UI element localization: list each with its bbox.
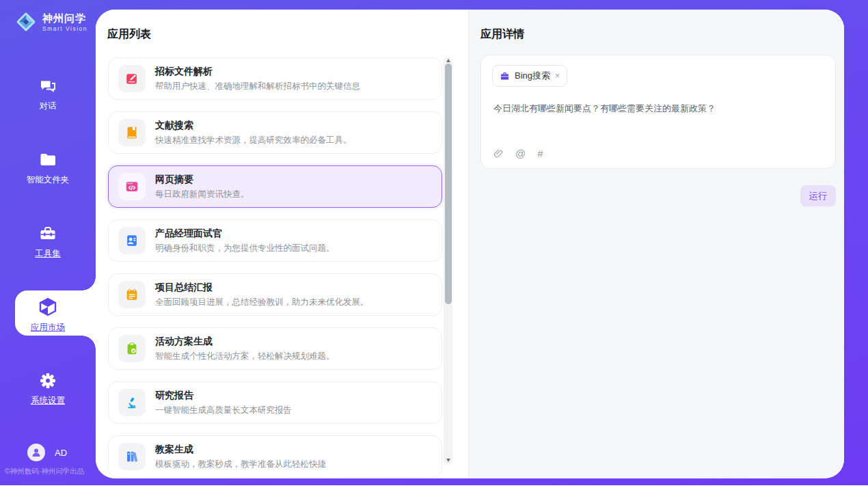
- clipboard-check-icon: [118, 335, 146, 362]
- run-button[interactable]: 运行: [800, 185, 836, 206]
- scroll-down-icon[interactable]: [446, 459, 450, 462]
- diamond-logo-icon: [15, 11, 37, 33]
- app-card-web-summary[interactable]: 网页摘要 每日政府新闻资讯快查。: [108, 165, 442, 208]
- app-card-event-plan[interactable]: 活动方案生成 智能生成个性化活动方案，轻松解决规划难题。: [108, 327, 442, 370]
- app-card-desc: 一键智能生成高质量长文本研究报告: [155, 405, 292, 416]
- app-card-title: 网页摘要: [155, 174, 249, 186]
- scrollbar-thumb[interactable]: [445, 64, 452, 304]
- app-card-research-report[interactable]: 研究报告 一键智能生成高质量长文本研究报告: [108, 381, 442, 424]
- close-icon[interactable]: ×: [555, 71, 560, 81]
- browser-code-icon: [118, 173, 146, 200]
- app-card-pm-interviewer[interactable]: 产品经理面试官 明确身份和职责，为您提供专业性的面试问题。: [108, 219, 442, 262]
- copyright: ©神州数码·神州问学出品: [5, 467, 98, 476]
- app-card-project-summary[interactable]: 项目总结汇报 全面回顾项目进展，总结经验教训，助力未来优化发展。: [108, 273, 442, 316]
- prompt-text[interactable]: 今日湖北有哪些新闻要点？有哪些需要关注的最新政策？: [493, 102, 822, 116]
- app-card-desc: 模板驱动，教案秒成，教学准备从此轻松快捷: [155, 459, 326, 470]
- scroll-up-icon[interactable]: [446, 59, 450, 62]
- notch-top: [82, 277, 96, 290]
- interview-icon: [118, 227, 146, 254]
- prompt-card: Bing搜索 × 今日湖北有哪些新闻要点？有哪些需要关注的最新政策？ @ #: [480, 55, 836, 169]
- sidebar-item-chat[interactable]: 对话: [0, 77, 96, 112]
- brand-logo: 神州问学 Smart Vision: [15, 11, 87, 33]
- microscope-icon: [118, 389, 146, 416]
- app-card-desc: 每日政府新闻资讯快查。: [155, 189, 249, 200]
- chat-icon: [38, 77, 57, 96]
- user-account[interactable]: AD: [27, 444, 67, 461]
- doc-edit-icon: [118, 65, 146, 92]
- sidebar-item-toolset[interactable]: 工具集: [0, 224, 96, 260]
- toolbox-icon: [38, 224, 57, 243]
- folder-icon: [38, 150, 57, 170]
- sidebar-item-app-market[interactable]: 应用市场: [0, 297, 96, 334]
- books-icon: [118, 443, 146, 470]
- sidebar-item-label: 智能文件夹: [27, 174, 70, 186]
- mention-icon[interactable]: @: [515, 148, 526, 159]
- hashtag-icon[interactable]: #: [537, 148, 543, 159]
- app-card-title: 招标文件解析: [155, 66, 360, 78]
- brand-subtitle: Smart Vision: [42, 25, 87, 32]
- book-icon: [118, 119, 146, 146]
- sidebar-item-settings[interactable]: 系统设置: [0, 371, 96, 407]
- app-frame: 神州问学 Smart Vision 对话 智能文件夹: [0, 0, 868, 485]
- tool-chip-bing-search[interactable]: Bing搜索 ×: [492, 65, 567, 87]
- sidebar-item-label: 对话: [40, 100, 57, 112]
- main-panel: 应用列表 招标文件解析 帮助用户快速、准确地理解和解析招标书中的关键信息: [96, 10, 844, 478]
- app-detail-section: 应用详情 Bing搜索 × 今日湖北有哪些新闻要点？有哪些需要关注的最新政策？: [468, 10, 844, 478]
- app-card-desc: 智能生成个性化活动方案，轻松解决规划难题。: [155, 351, 335, 362]
- app-card-desc: 帮助用户快速、准确地理解和解析招标书中的关键信息: [155, 81, 360, 92]
- app-card-title: 研究报告: [155, 390, 292, 402]
- tool-chip-label: Bing搜索: [515, 70, 550, 82]
- app-card-bid-parse[interactable]: 招标文件解析 帮助用户快速、准确地理解和解析招标书中的关键信息: [108, 57, 442, 100]
- app-card-desc: 快速精准查找学术资源，提高研究效率的必备工具。: [155, 135, 352, 146]
- app-list-title: 应用列表: [107, 27, 151, 42]
- app-list: 招标文件解析 帮助用户快速、准确地理解和解析招标书中的关键信息 文献搜索: [108, 57, 442, 478]
- sidebar-item-label: 系统设置: [31, 395, 65, 407]
- sidebar-item-smart-folder[interactable]: 智能文件夹: [0, 150, 96, 186]
- app-card-desc: 全面回顾项目进展，总结经验教训，助力未来优化发展。: [155, 297, 369, 308]
- app-card-title: 产品经理面试官: [155, 228, 335, 240]
- app-card-title: 活动方案生成: [155, 336, 335, 348]
- gear-icon: [38, 371, 57, 390]
- app-card-lesson-plan[interactable]: 教案生成 模板驱动，教案秒成，教学准备从此轻松快捷: [108, 435, 442, 478]
- sidebar-item-label: 应用市场: [31, 322, 65, 334]
- paperclip-icon[interactable]: [493, 148, 504, 159]
- app-card-title: 教案生成: [155, 444, 326, 456]
- cube-icon: [38, 297, 58, 317]
- avatar: [27, 444, 45, 461]
- sidebar: 神州问学 Smart Vision 对话 智能文件夹: [0, 0, 96, 485]
- sidebar-item-label: 工具集: [35, 248, 61, 260]
- summary-icon: [118, 281, 146, 308]
- brand-name: 神州问学: [42, 12, 87, 25]
- briefcase-icon: [500, 71, 510, 81]
- app-card-desc: 明确身份和职责，为您提供专业性的面试问题。: [155, 243, 335, 254]
- app-card-title: 项目总结汇报: [155, 282, 369, 294]
- user-name: AD: [55, 448, 67, 458]
- app-card-title: 文献搜索: [155, 120, 352, 132]
- app-detail-title: 应用详情: [480, 27, 524, 42]
- app-list-section: 应用列表 招标文件解析 帮助用户快速、准确地理解和解析招标书中的关键信息: [96, 10, 468, 478]
- notch-bottom: [82, 336, 96, 349]
- list-scrollbar[interactable]: [444, 57, 452, 464]
- attachment-toolbar: @ #: [493, 148, 543, 159]
- app-card-literature-search[interactable]: 文献搜索 快速精准查找学术资源，提高研究效率的必备工具。: [108, 111, 442, 154]
